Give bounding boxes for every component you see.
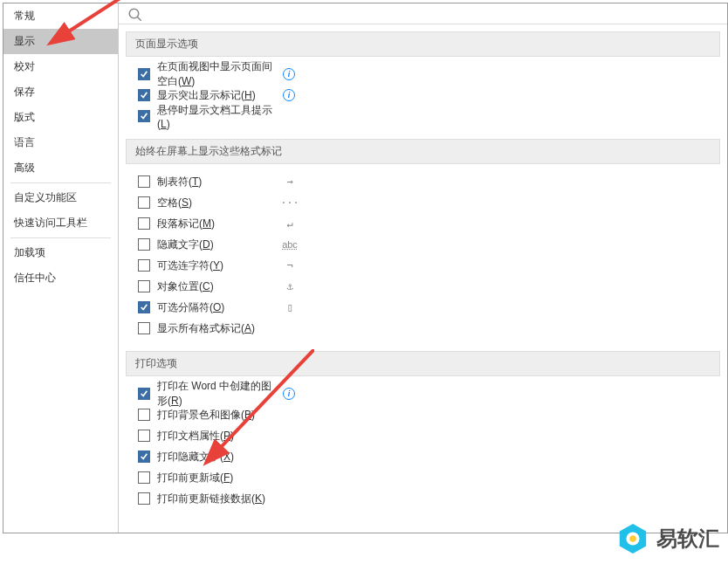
- option-label: 悬停时显示文档工具提示(L): [157, 103, 279, 130]
- checkbox[interactable]: [138, 280, 150, 292]
- sidebar-item-quick-access-toolbar[interactable]: 快速访问工具栏: [3, 210, 118, 236]
- option-label: 显示突出显示标记(H): [157, 88, 279, 103]
- info-icon[interactable]: i: [283, 388, 295, 400]
- checkbox[interactable]: [138, 430, 150, 442]
- checkbox[interactable]: [138, 217, 150, 230]
- option-row: 可选连字符(Y)¬: [138, 255, 727, 276]
- checkbox[interactable]: [138, 409, 150, 421]
- checkbox[interactable]: [138, 471, 150, 484]
- section-print-options: 打印选项 打印在 Word 中创建的图形(R)i打印背景色和图像(B)打印文档属…: [119, 351, 727, 514]
- option-row: 对象位置(C)⚓: [138, 276, 727, 297]
- option-label: 在页面视图中显示页面间空白(W): [157, 59, 279, 89]
- section-header-format-marks: 始终在屏幕上显示这些格式标记: [126, 139, 720, 164]
- option-row: 段落标记(M)↵: [138, 213, 727, 234]
- checkbox[interactable]: [138, 175, 150, 188]
- checkbox[interactable]: [138, 451, 150, 463]
- option-label: 对象位置(C): [157, 279, 279, 294]
- sidebar-divider: [10, 237, 111, 238]
- sidebar-item-addins[interactable]: 加载项: [3, 240, 118, 265]
- option-label: 打印背景色和图像(B): [157, 408, 279, 423]
- sidebar-item-save[interactable]: 保存: [3, 79, 118, 105]
- format-symbol: ▯: [279, 301, 300, 313]
- checkbox[interactable]: [138, 68, 150, 80]
- checkbox[interactable]: [138, 259, 150, 272]
- option-label: 打印文档属性(P): [157, 429, 279, 444]
- option-row: 打印前更新链接数据(K): [138, 488, 727, 509]
- sidebar: 常规 显示 校对 保存 版式 语言 高级 自定义功能区 快速访问工具栏 加载项 …: [3, 3, 119, 533]
- option-label: 打印在 Word 中创建的图形(R): [157, 379, 279, 409]
- format-symbol: →: [279, 175, 300, 188]
- option-row: 在页面视图中显示页面间空白(W)i: [138, 64, 727, 85]
- main-panel: 页面显示选项 在页面视图中显示页面间空白(W)i显示突出显示标记(H)i悬停时显…: [119, 3, 727, 533]
- checkbox[interactable]: [138, 196, 150, 209]
- sidebar-item-advanced[interactable]: 高级: [3, 155, 118, 181]
- watermark-logo-icon: [616, 522, 649, 555]
- sidebar-item-display[interactable]: 显示: [3, 29, 118, 54]
- checkbox[interactable]: [138, 110, 150, 122]
- option-row: 打印在 Word 中创建的图形(R)i: [138, 383, 727, 404]
- watermark-text: 易软汇: [656, 525, 719, 553]
- option-label: 制表符(T): [157, 175, 279, 189]
- option-row: 隐藏文字(D)abc: [138, 234, 727, 255]
- option-row: 打印文档属性(P): [138, 425, 727, 446]
- checkbox[interactable]: [138, 89, 150, 101]
- sidebar-item-language[interactable]: 语言: [3, 130, 118, 155]
- option-row: 空格(S)···: [138, 192, 727, 213]
- sidebar-item-trust-center[interactable]: 信任中心: [3, 265, 118, 291]
- sidebar-item-layout[interactable]: 版式: [3, 105, 118, 130]
- option-label: 打印前更新域(F): [157, 471, 279, 485]
- format-symbol: abc: [279, 239, 300, 250]
- format-symbol: ···: [279, 196, 300, 209]
- option-row: 制表符(T)→: [138, 171, 727, 192]
- option-label: 段落标记(M): [157, 217, 279, 231]
- watermark: 易软汇: [616, 522, 719, 555]
- svg-point-8: [629, 535, 636, 542]
- sidebar-item-customize-ribbon[interactable]: 自定义功能区: [3, 185, 118, 210]
- option-row: 打印前更新域(F): [138, 467, 727, 488]
- option-row: 显示所有格式标记(A): [138, 318, 727, 339]
- top-toolbar: [119, 3, 727, 24]
- option-label: 打印隐藏文字(X): [157, 450, 279, 464]
- checkbox[interactable]: [138, 301, 150, 313]
- option-row: 打印背景色和图像(B): [138, 404, 727, 425]
- option-row: 打印隐藏文字(X): [138, 446, 727, 467]
- option-label: 打印前更新链接数据(K): [157, 492, 279, 506]
- sidebar-item-proofing[interactable]: 校对: [3, 54, 118, 79]
- option-label: 空格(S): [157, 196, 279, 210]
- section-header-page-display: 页面显示选项: [126, 31, 720, 57]
- checkbox[interactable]: [138, 388, 150, 400]
- option-label: 显示所有格式标记(A): [157, 321, 279, 336]
- svg-point-0: [129, 9, 139, 18]
- option-row: 可选分隔符(O)▯: [138, 297, 727, 318]
- checkbox[interactable]: [138, 492, 150, 505]
- info-icon[interactable]: i: [283, 89, 295, 101]
- option-label: 可选分隔符(O): [157, 300, 279, 315]
- format-symbol: ↵: [279, 217, 300, 230]
- checkbox[interactable]: [138, 238, 150, 251]
- section-header-print-options: 打印选项: [126, 351, 720, 376]
- format-symbol: ¬: [279, 259, 300, 272]
- format-symbol: ⚓: [279, 280, 300, 292]
- option-row: 悬停时显示文档工具提示(L): [138, 106, 727, 127]
- section-page-display: 页面显示选项 在页面视图中显示页面间空白(W)i显示突出显示标记(H)i悬停时显…: [119, 31, 727, 132]
- section-format-marks: 始终在屏幕上显示这些格式标记 制表符(T)→空格(S)···段落标记(M)↵隐藏…: [119, 139, 727, 344]
- option-label: 可选连字符(Y): [157, 258, 279, 273]
- option-label: 隐藏文字(D): [157, 237, 279, 252]
- sidebar-divider: [10, 182, 111, 183]
- search-icon: [127, 7, 143, 23]
- sidebar-item-general[interactable]: 常规: [3, 3, 118, 29]
- info-icon[interactable]: i: [283, 68, 295, 80]
- svg-line-1: [137, 17, 141, 21]
- checkbox[interactable]: [138, 322, 150, 334]
